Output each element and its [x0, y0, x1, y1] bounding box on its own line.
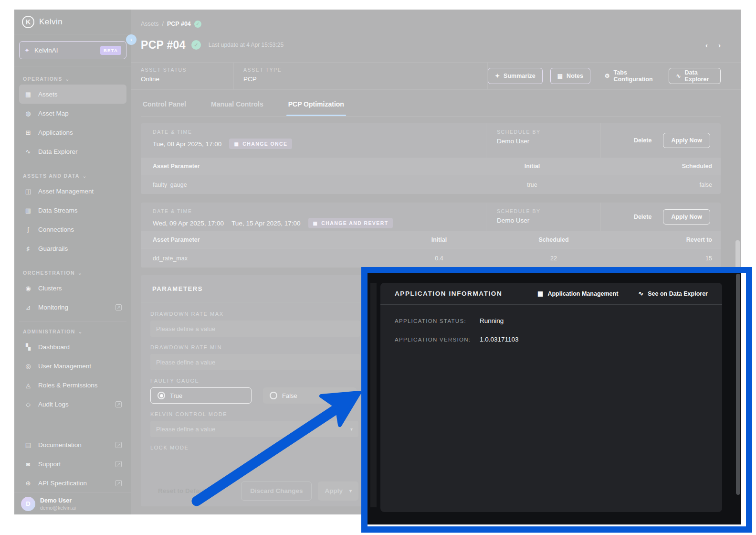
popup-edge-sliver: [370, 283, 377, 507]
waveform-icon: ∿: [638, 290, 643, 297]
popup-title: APPLICATION INFORMATION: [395, 290, 502, 297]
application-version-label: APPLICATION VERSION:: [395, 337, 480, 342]
popup-links: ▦ Application Management ∿ See on Data E…: [537, 290, 708, 297]
application-status-row: APPLICATION STATUS: Running: [395, 317, 708, 324]
application-status-label: APPLICATION STATUS:: [395, 318, 480, 324]
application-version-row: APPLICATION VERSION: 1.0.03171103: [395, 336, 708, 343]
popup-scrollbar-thumb[interactable]: [736, 274, 740, 495]
link-label: See on Data Explorer: [648, 290, 708, 297]
link-label: Application Management: [547, 290, 618, 297]
application-management-link[interactable]: ▦ Application Management: [537, 290, 618, 297]
application-information-card: APPLICATION INFORMATION ▦ Application Ma…: [380, 283, 722, 512]
grid-icon: ▦: [537, 290, 543, 297]
application-version-value: 1.0.03171103: [480, 336, 519, 343]
see-on-data-explorer-link[interactable]: ∿ See on Data Explorer: [638, 290, 708, 297]
application-status-value: Running: [480, 317, 504, 324]
application-information-popup: APPLICATION INFORMATION ▦ Application Ma…: [368, 273, 741, 524]
popup-rows: APPLICATION STATUS: Running APPLICATION …: [380, 305, 722, 343]
page: K Kelvin ✦ KelvinAI BETA OPERATIONS ⌄ ▦ …: [0, 0, 756, 535]
popup-header: APPLICATION INFORMATION ▦ Application Ma…: [380, 283, 722, 305]
